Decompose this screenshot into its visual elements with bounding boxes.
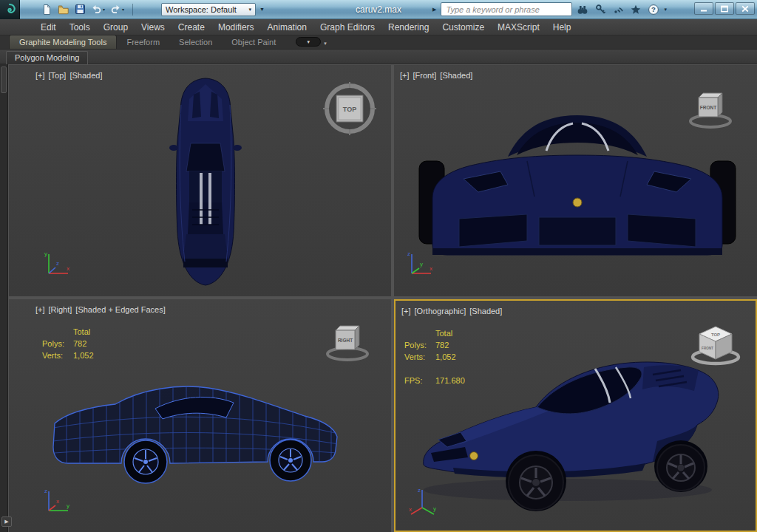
viewport-label: [+] [Orthographic] [Shaded] [401, 307, 502, 316]
save-file-button[interactable] [72, 2, 88, 17]
workspace-select[interactable]: Workspace: Default ▾ [161, 3, 256, 16]
titlebar: ▾ ▾ Workspace: Default ▾ ▼ caruv2.max ▶ [0, 0, 757, 19]
close-icon [741, 5, 750, 13]
menu-maxscript[interactable]: MAXScript [491, 19, 546, 35]
toolbar-separator [132, 4, 133, 16]
svg-text:?: ? [652, 5, 656, 13]
open-folder-icon [58, 4, 69, 16]
tab-freeform[interactable]: Freeform [117, 35, 169, 49]
satellite-icon [613, 4, 624, 15]
svg-text:x: x [430, 265, 432, 272]
svg-text:z: z [407, 250, 410, 257]
menu-animation[interactable]: Animation [261, 19, 313, 35]
viewport-general-menu[interactable]: [+] [400, 71, 410, 80]
help-button[interactable]: ? [646, 2, 661, 16]
minimize-icon [699, 5, 708, 13]
svg-text:z: z [56, 260, 59, 267]
help-caret-icon[interactable]: ▾ [664, 7, 667, 13]
viewport-label: [+] [Front] [Shaded] [400, 71, 472, 80]
subscription-center-button[interactable] [593, 2, 608, 16]
svg-text:y: y [44, 250, 47, 257]
maximize-button[interactable] [715, 2, 734, 15]
application-menu-button[interactable] [0, 0, 20, 19]
menu-modifiers[interactable]: Modifiers [211, 19, 261, 35]
menu-customize[interactable]: Customize [435, 19, 491, 35]
infocenter: ▶ [432, 2, 668, 16]
menu-views[interactable]: Views [135, 19, 172, 35]
side-panel-tab[interactable] [1, 66, 7, 93]
tab-graphite-modeling-tools[interactable]: Graphite Modeling Tools [9, 35, 117, 49]
viewport-general-menu[interactable]: [+] [401, 307, 411, 316]
viewport-right[interactable]: [+] [Right] [Shaded + Edged Faces] Total… [9, 299, 391, 532]
svg-text:y: y [433, 505, 436, 512]
menu-graph-editors[interactable]: Graph Editors [313, 19, 381, 35]
redo-caret-icon: ▾ [122, 7, 124, 12]
menu-rendering[interactable]: Rendering [381, 19, 435, 35]
side-tray [0, 64, 8, 532]
car-top-view [157, 75, 254, 290]
svg-text:z: z [418, 487, 421, 494]
ribbon-minimize-button[interactable]: ▼ [296, 37, 321, 47]
maximize-icon [720, 5, 729, 13]
binoculars-icon [577, 4, 588, 15]
viewport-shading-menu[interactable]: [Shaded] [440, 71, 472, 80]
viewport-shading-menu[interactable]: [Shaded] [69, 71, 102, 80]
communication-center-button[interactable] [611, 2, 625, 16]
viewcube[interactable]: TOP [320, 79, 379, 138]
favorites-button[interactable] [628, 2, 643, 16]
viewport-top[interactable]: [+] [Top] [Shaded] TOP [9, 65, 391, 296]
viewport-shading-menu[interactable]: [Shaded + Edged Faces] [75, 305, 165, 314]
search-button[interactable] [575, 2, 590, 16]
menu-help[interactable]: Help [546, 19, 578, 35]
viewport-label: [+] [Top] [Shaded] [35, 71, 102, 80]
undo-caret-icon: ▾ [103, 7, 105, 12]
axis-tripod: z y x [41, 485, 72, 516]
undo-icon [91, 4, 102, 14]
window-controls [694, 2, 755, 15]
viewcube[interactable]: TOP FRONT [688, 317, 743, 367]
viewport-label: [+] [Right] [Shaded + Edged Faces] [35, 305, 166, 314]
viewport-front[interactable]: [+] [Front] [Shaded] FRONT [394, 65, 757, 296]
viewport-pov-menu[interactable]: [Front] [413, 71, 437, 80]
viewport-area: ▶ [+] [Top] [Shaded] [0, 64, 757, 532]
quick-access-toolbar: ▾ ▾ [39, 2, 126, 17]
svg-text:y: y [420, 261, 423, 267]
svg-text:FRONT: FRONT [702, 347, 713, 350]
open-file-button[interactable] [55, 2, 72, 17]
close-button[interactable] [736, 2, 755, 15]
axis-tripod: z x y [404, 248, 435, 279]
ribbon-minimize-caret-icon: ▼ [306, 40, 310, 44]
menu-edit[interactable]: Edit [34, 19, 63, 35]
svg-text:RIGHT: RIGHT [338, 338, 353, 343]
viewport-general-menu[interactable]: [+] [35, 71, 45, 80]
viewport-pov-menu[interactable]: [Orthographic] [415, 307, 466, 316]
viewport-shading-menu[interactable]: [Shaded] [469, 307, 502, 316]
undo-button[interactable]: ▾ [89, 2, 107, 17]
quick-toolbar-caret-button[interactable]: ▼ [259, 7, 265, 12]
tab-selection[interactable]: Selection [169, 35, 222, 49]
viewport-orthographic[interactable]: [+] [Orthographic] [Shaded] Total Polys:… [394, 299, 757, 532]
infocenter-collapse-arrow[interactable]: ▶ [432, 7, 436, 13]
menu-create[interactable]: Create [172, 19, 211, 35]
panel-polygon-modeling[interactable]: Polygon Modeling [6, 51, 88, 64]
svg-text:FRONT: FRONT [700, 105, 716, 110]
viewport-general-menu[interactable]: [+] [35, 305, 45, 314]
viewport-statistics: Total Polys:782 Verts:1,052 [42, 326, 94, 361]
tab-object-paint[interactable]: Object Paint [222, 35, 285, 49]
minimize-button[interactable] [694, 2, 713, 15]
viewcube[interactable]: FRONT [688, 86, 736, 130]
viewcube[interactable]: RIGHT [325, 318, 373, 363]
expand-tray-button[interactable]: ▶ [1, 516, 12, 527]
new-scene-button[interactable] [39, 2, 55, 17]
menu-group[interactable]: Group [97, 19, 135, 35]
viewport-pov-menu[interactable]: [Top] [49, 71, 67, 80]
svg-text:x: x [67, 265, 69, 272]
redo-button[interactable]: ▾ [108, 2, 126, 17]
viewport-pov-menu[interactable]: [Right] [49, 305, 72, 314]
ribbon-options-caret-icon[interactable]: ▾ [324, 41, 327, 47]
menubar: Edit Tools Group Views Create Modifiers … [0, 19, 757, 35]
help-icon: ? [648, 4, 659, 16]
star-icon [630, 4, 642, 16]
menu-tools[interactable]: Tools [63, 19, 97, 35]
search-input[interactable] [441, 2, 572, 16]
